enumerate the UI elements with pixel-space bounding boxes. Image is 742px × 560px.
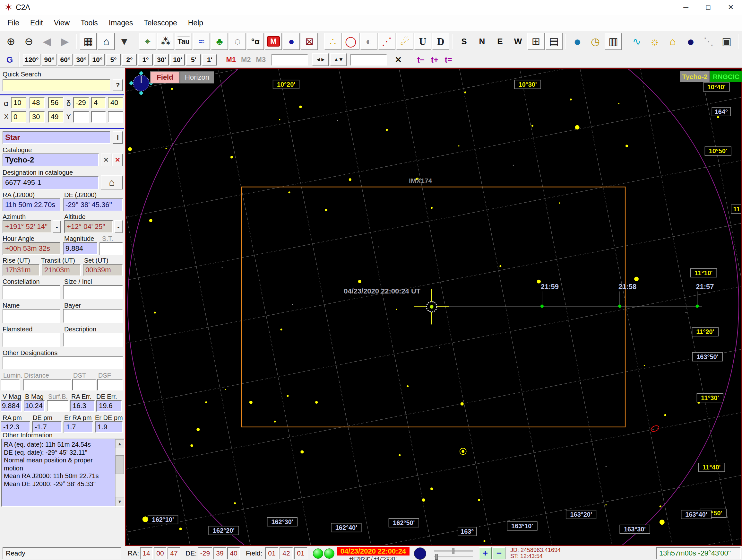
time-settings-button[interactable]: ◷ xyxy=(587,33,604,50)
mark-m2-button[interactable]: M2 xyxy=(241,56,251,64)
field-90deg-button[interactable]: 90° xyxy=(42,54,56,65)
star-names-button[interactable]: °α xyxy=(247,33,264,50)
maximize-button[interactable]: □ xyxy=(697,0,720,15)
flip-vertical-button[interactable]: ▲▼ xyxy=(330,53,347,66)
ephemerides-panel-button[interactable]: ▥ xyxy=(605,33,622,50)
mark-m3-button[interactable]: M3 xyxy=(256,56,266,64)
grid-g-button[interactable]: G xyxy=(3,55,16,65)
field-1deg-button[interactable]: 1° xyxy=(138,54,153,65)
menu-telescope[interactable]: Telescope xyxy=(138,17,182,29)
deep-sky-objects-button[interactable]: ● xyxy=(283,33,300,50)
back-button[interactable]: ◀ xyxy=(38,33,56,50)
observatory-dome-button[interactable]: ⌂ xyxy=(664,33,681,50)
scroll-up-icon[interactable]: ▲ xyxy=(115,439,124,448)
variable-stars-button[interactable]: ∿ xyxy=(628,33,645,50)
search-help-button[interactable]: ? xyxy=(113,79,123,91)
datetime-display[interactable]: 04/23/2020 22:00:24 xyxy=(337,547,410,556)
speed-slider-track[interactable] xyxy=(434,556,473,558)
altitude-option-button[interactable]: - xyxy=(114,220,122,233)
constellation-names-button[interactable]: Tau xyxy=(175,33,192,50)
landscape-button[interactable]: ♣ xyxy=(211,33,228,50)
forward-button[interactable]: ▶ xyxy=(56,33,73,50)
night-mode-indicator[interactable] xyxy=(414,548,426,560)
alpha-s-field[interactable]: 56 xyxy=(48,97,63,108)
nebulae-button[interactable]: ◯ xyxy=(342,33,360,50)
delta-m-field[interactable]: 4 xyxy=(91,97,106,108)
full-frame-button[interactable]: ⊠ xyxy=(301,33,318,50)
menu-help[interactable]: Help xyxy=(182,17,209,29)
flip-horizontal-button[interactable]: ◄► xyxy=(312,53,329,66)
find-object-input-2[interactable] xyxy=(351,54,387,65)
field-5deg-button[interactable]: 5° xyxy=(106,54,121,65)
scroll-down-icon[interactable]: ▼ xyxy=(115,497,124,506)
time-now-button[interactable]: t= xyxy=(445,55,452,64)
clear-search-button[interactable]: ✕ xyxy=(395,55,402,65)
field-10deg-button[interactable]: 10° xyxy=(90,54,105,65)
rngcic-badge[interactable]: RNGCIC xyxy=(710,71,742,82)
satellite-track-button[interactable]: ⋱ xyxy=(700,33,717,50)
planet-labels-button[interactable]: D xyxy=(432,33,449,50)
delta-s-field[interactable]: 40 xyxy=(108,97,123,108)
grid-toggle-button[interactable]: ▦ xyxy=(80,33,97,50)
x2-field[interactable]: 30 xyxy=(30,111,45,123)
catalogue-field[interactable]: Tycho-2 xyxy=(3,153,99,166)
mark-m1-button[interactable]: M1 xyxy=(226,56,236,64)
tab-field[interactable]: Field xyxy=(150,71,180,84)
minimize-button[interactable]: ─ xyxy=(675,0,697,15)
moon-phases-button[interactable]: ◐ xyxy=(360,33,377,50)
catalogue-prev-button[interactable]: ✕ xyxy=(101,153,111,166)
dome-view-button[interactable]: ⌂ xyxy=(98,33,115,50)
y1-field[interactable] xyxy=(73,111,89,123)
horizon-fill-button[interactable]: ▤ xyxy=(545,33,563,50)
dome-dropdown-button[interactable]: ▼ xyxy=(115,33,133,50)
object-info-button[interactable]: I xyxy=(113,131,123,144)
field-30min-button[interactable]: 30' xyxy=(154,54,169,65)
menu-view[interactable]: View xyxy=(48,17,75,29)
azimuth-option-button[interactable]: - xyxy=(53,220,61,233)
quick-search-input[interactable] xyxy=(3,79,110,91)
scroll-thumb[interactable] xyxy=(115,455,124,474)
time-slider-handle[interactable] xyxy=(452,548,455,554)
field-60deg-button[interactable]: 60° xyxy=(58,54,72,65)
zoom-in-button[interactable]: + xyxy=(479,547,492,559)
time-plus-button[interactable]: t+ xyxy=(431,55,438,64)
field-5min-button[interactable]: 5' xyxy=(186,54,201,65)
pan-view-button[interactable]: ⊞ xyxy=(527,33,545,50)
field-30deg-button[interactable]: 30° xyxy=(74,54,89,65)
field-120deg-button[interactable]: 120° xyxy=(23,54,41,65)
tab-horizon[interactable]: Horizon xyxy=(180,71,214,84)
zoom-in-button[interactable]: ⊕ xyxy=(2,33,19,50)
ccd-camera-button[interactable]: ▣ xyxy=(718,33,735,50)
menu-images[interactable]: Images xyxy=(103,17,138,29)
y3-field[interactable] xyxy=(108,111,123,123)
east-button[interactable]: E xyxy=(491,33,509,50)
earth-map-button[interactable]: ● xyxy=(569,33,586,50)
constellation-lines-button[interactable]: ⁂ xyxy=(157,33,174,50)
alpha-m-field[interactable]: 48 xyxy=(30,97,45,108)
fov-ellipse-button[interactable]: ◌ xyxy=(229,33,246,50)
south-button[interactable]: S xyxy=(456,33,473,50)
field-2deg-button[interactable]: 2° xyxy=(122,54,137,65)
find-object-input[interactable] xyxy=(271,54,308,65)
north-button[interactable]: N xyxy=(473,33,491,50)
alpha-h-field[interactable]: 10 xyxy=(11,97,26,108)
time-minus-button[interactable]: t− xyxy=(417,55,425,64)
sky-chart[interactable]: IMX17421:5921:5821:5704/23/2020 22:00:24… xyxy=(125,68,742,546)
sky-chart-canvas[interactable]: IMX17421:5921:5821:5704/23/2020 22:00:24… xyxy=(126,69,741,545)
asteroids-button[interactable]: ⋰ xyxy=(378,33,395,50)
menu-file[interactable]: File xyxy=(2,17,25,29)
field-10min-button[interactable]: 10' xyxy=(170,54,185,65)
messier-objects-button[interactable]: M xyxy=(265,33,282,50)
delta-d-field[interactable]: -29 xyxy=(73,97,89,108)
goto-telescope-button[interactable]: ⌂ xyxy=(101,175,123,190)
center-position-button[interactable]: ⌖ xyxy=(139,33,156,50)
milky-way-button[interactable]: ≈ xyxy=(193,33,210,50)
menu-edit[interactable]: Edit xyxy=(25,17,48,29)
menu-tools[interactable]: Tools xyxy=(75,17,103,29)
zoom-out-button[interactable]: ⊖ xyxy=(20,33,38,50)
catalogue-next-button[interactable]: ✕ xyxy=(112,153,123,166)
zoom-out-button[interactable]: − xyxy=(493,547,506,559)
y2-field[interactable] xyxy=(91,111,106,123)
star-clusters-button[interactable]: ∴ xyxy=(324,33,341,50)
sun-button[interactable]: ☼ xyxy=(646,33,664,50)
